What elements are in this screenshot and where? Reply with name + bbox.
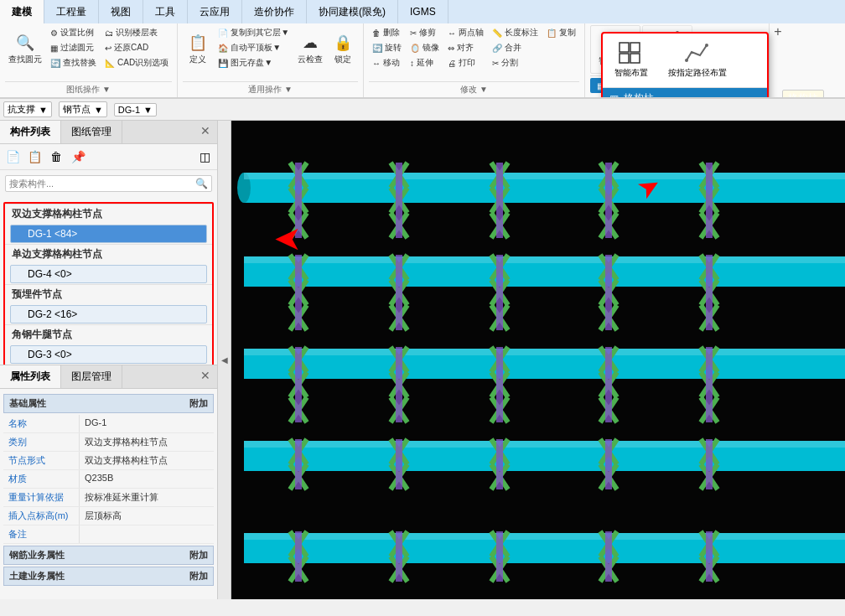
prop-row-zhongliang: 重量计算依据 按标准延米重计算: [3, 489, 214, 507]
btn-extra-1[interactable]: ◫: [195, 148, 214, 166]
btn-hebing[interactable]: 🔗 合并: [489, 40, 542, 55]
popup-btn-lujing-buzhi[interactable]: 按指定路径布置: [661, 39, 734, 82]
btn-new-component[interactable]: 📄: [3, 148, 22, 166]
prop-value-biaoao[interactable]: 层顶标高: [79, 507, 214, 525]
prop-value-name[interactable]: DG-1: [79, 415, 214, 432]
icon: 🪞: [410, 44, 420, 53]
btn-shanchu[interactable]: 🗑 删除: [369, 25, 405, 40]
btn-shibie-loujian[interactable]: 🗂 识别楼层表: [101, 25, 172, 40]
component-list-panel: 构件列表 图纸管理 ✕ 📄 📋 🗑 📌 ◫ 🔍 双边支撑格构柱节点: [0, 121, 217, 365]
btn-duiqi[interactable]: ⇔ 对齐: [444, 40, 487, 55]
panel-tab-drawing-mgmt[interactable]: 图纸管理: [61, 121, 122, 143]
popup-item-gegouzhu[interactable]: ▦ 格构柱 格构柱: [603, 88, 767, 99]
tree-child-dg1[interactable]: DG-1 <84>: [10, 225, 207, 243]
search-box: 🔍: [5, 175, 212, 192]
tab-jianjian[interactable]: 建模: [0, 0, 44, 23]
prop-section-jichushuxing[interactable]: 基础属性 附加: [3, 394, 214, 413]
btn-delete-component[interactable]: 🗑: [47, 148, 65, 166]
svg-rect-76: [295, 255, 302, 330]
svg-rect-179: [496, 531, 503, 582]
btn-suoding[interactable]: 🔒 锁定: [328, 25, 358, 74]
tree-parent-jiaogangniutui[interactable]: 角钢牛腿节点: [5, 324, 212, 344]
tree-parent-yumaijian[interactable]: 预埋件节点: [5, 284, 212, 304]
btn-dajin[interactable]: 🖨 打印: [444, 55, 487, 70]
add-tab-btn[interactable]: +: [770, 23, 786, 40]
section-add-btn2[interactable]: 附加: [189, 549, 208, 562]
dropdown-kangzhicheng[interactable]: 抗支撑 ▼: [3, 101, 52, 117]
prop-panel-close[interactable]: ✕: [194, 365, 217, 388]
btn-dingyi[interactable]: 📋 定义: [183, 25, 213, 74]
btn-liangdian-zhou[interactable]: ↔ 两点轴: [444, 25, 487, 40]
tab-shitu[interactable]: 视图: [99, 0, 143, 23]
connector-row4-5: [701, 439, 718, 489]
icon: ↔: [372, 59, 381, 68]
tree-child-dg3[interactable]: DG-3 <0>: [10, 345, 207, 364]
group-label-tongyong: 通用操作 ▼: [183, 81, 358, 96]
btn-chazhao-tihuan[interactable]: 🔄 查找替换: [47, 55, 100, 70]
btn-changdu-biaozhu[interactable]: 📏 长度标注: [489, 25, 542, 40]
prop-row-name: 名称 DG-1: [3, 415, 214, 433]
section-add-btn3[interactable]: 附加: [189, 570, 208, 582]
section-add-btn[interactable]: 附加: [189, 397, 208, 410]
btn-label: 查找圆元: [8, 54, 42, 65]
btn-label: 锁定: [334, 54, 351, 65]
btn-yidong[interactable]: ↔ 移动: [369, 55, 405, 70]
prop-tab-layers[interactable]: 图层管理: [61, 365, 122, 388]
icon: ✂: [492, 59, 499, 68]
tab-gongju[interactable]: 工具: [143, 0, 188, 23]
btn-jingxiang[interactable]: 🪞 镜像: [407, 40, 443, 55]
btn-tuyuan-cuncun[interactable]: 💾 图元存盘▼: [215, 55, 293, 70]
prop-section-ganjin[interactable]: 钢筋业务属性 附加: [3, 546, 214, 565]
btn-shezhi-bili[interactable]: ⚙ 设置比例: [47, 25, 100, 40]
tree-child-dg4[interactable]: DG-4 <0>: [10, 265, 207, 283]
chevron-icon: ▼: [39, 105, 48, 115]
btn-cad-shibie[interactable]: 📐 CAD识别选项: [101, 55, 172, 70]
btn-chazhao-yuanyuan[interactable]: 🔍 查找圆元: [5, 25, 45, 74]
svg-rect-174: [396, 531, 402, 582]
tooltip-gegouzhu: 格构柱: [782, 90, 824, 99]
tab-yunyingyong[interactable]: 云应用: [188, 0, 242, 23]
svg-rect-48: [396, 163, 402, 238]
tree-child-dg2[interactable]: DG-2 <16>: [10, 305, 207, 324]
btn-guo-lv[interactable]: ▦ 过滤圆元: [47, 40, 100, 55]
btn-yunjiancha[interactable]: ☁ 云检查: [294, 25, 326, 74]
define-icon: 📋: [189, 34, 207, 52]
viewport-3d[interactable]: ➤ ➤: [231, 121, 845, 599]
btn-fuzhi[interactable]: 📋 复制: [543, 25, 579, 40]
dropdown-gangjiedian[interactable]: 钢节点 ▼: [59, 101, 107, 117]
prop-list: 基础属性 附加 名称 DG-1 类别 双边支撑格构柱节点 节点形式 双边支撑格构…: [0, 389, 217, 599]
label: 图元存盘▼: [231, 57, 272, 69]
dropdown-dg1[interactable]: DG-1 ▼: [114, 103, 157, 116]
tab-igms[interactable]: IGMS: [398, 0, 448, 23]
btn-huanyuan-cad[interactable]: ↩ 还原CAD: [101, 40, 172, 55]
btn-zidong-pingding[interactable]: 🏠 自动平顶板▼: [215, 40, 293, 55]
search-input[interactable]: [9, 179, 195, 189]
path-icon: [685, 42, 710, 65]
prop-value-beizhu[interactable]: [79, 525, 214, 543]
prop-label-name: 名称: [3, 415, 79, 432]
svg-rect-9: [619, 43, 629, 52]
prop-section-tujian[interactable]: 土建业务属性 附加: [3, 567, 214, 586]
tree-parent-danbian[interactable]: 单边支撑格构柱节点: [5, 244, 212, 264]
btn-xiuji[interactable]: ✂ 修剪: [407, 25, 443, 40]
btn-fuzhi-qitatang[interactable]: 📄 复制到其它层▼: [215, 25, 293, 40]
popup-btn-zhinen-buzhi[interactable]: 智能布置: [608, 39, 655, 82]
btn-xuanzhuan[interactable]: 🔄 旋转: [369, 40, 405, 55]
svg-rect-144: [295, 439, 302, 489]
btn-copy-component[interactable]: 📋: [25, 148, 44, 166]
tab-gongchengliang[interactable]: 工程量: [44, 0, 99, 23]
panel-tab-component-list[interactable]: 构件列表: [0, 121, 61, 143]
smart-icon: [619, 42, 644, 65]
prop-tab-attributes[interactable]: 属性列表: [0, 365, 61, 388]
ribbon-group-tongyong: 📋 定义 📄 复制到其它层▼ 🏠 自动平顶板▼ 💾 图元存盘▼ ☁: [178, 23, 364, 97]
prop-value-caizhi[interactable]: Q235B: [79, 470, 214, 488]
btn-paste-component[interactable]: 📌: [69, 148, 87, 166]
tree-parent-shuangbian[interactable]: 双边支撑格构柱节点: [5, 204, 212, 224]
collapse-left-btn[interactable]: ◀: [218, 121, 231, 599]
btn-yanshen[interactable]: ↕ 延伸: [407, 55, 443, 70]
panel-close-btn[interactable]: ✕: [194, 121, 217, 143]
btn-fenge[interactable]: ✂ 分割: [489, 55, 542, 70]
cloud-check-icon: ☁: [303, 34, 318, 52]
tab-xietong[interactable]: 协同建模(限免): [307, 0, 398, 23]
tab-zaojia[interactable]: 造价协作: [242, 0, 307, 23]
